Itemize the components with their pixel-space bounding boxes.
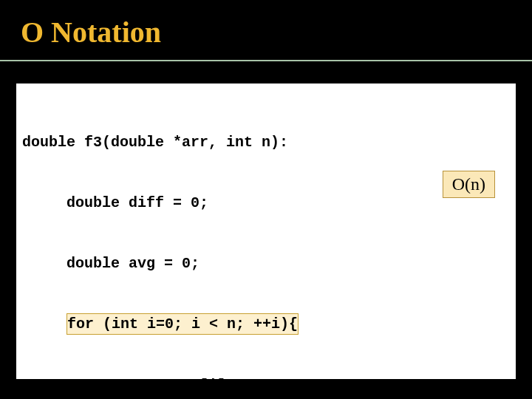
- code-block: double f3(double *arr, int n): double di…: [22, 92, 510, 399]
- slide: O Notation double f3(double *arr, int n)…: [0, 0, 532, 399]
- code-line: double f3(double *arr, int n):: [22, 132, 510, 152]
- code-line: avg += arr[i];: [22, 375, 510, 395]
- code-area: double f3(double *arr, int n): double di…: [16, 83, 516, 379]
- code-line: double avg = 0;: [22, 253, 510, 273]
- complexity-badge: O(n): [443, 171, 495, 198]
- slide-title: O Notation: [21, 15, 532, 50]
- title-bar: O Notation: [0, 0, 532, 61]
- code-line: double diff = 0;: [22, 193, 510, 213]
- code-line-highlight-for-i: for (int i=0; i < n; ++i){: [66, 313, 299, 335]
